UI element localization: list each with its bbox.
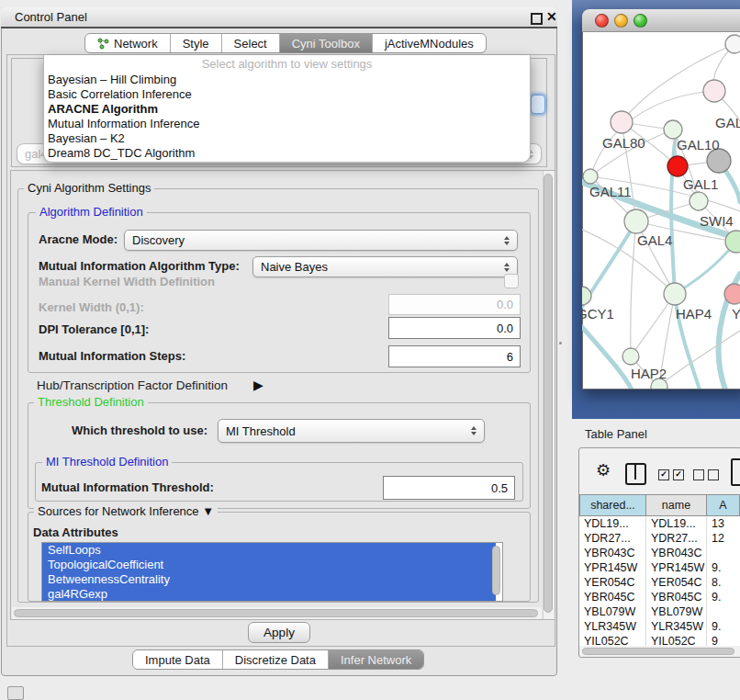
tab-style[interactable]: Style bbox=[171, 34, 222, 52]
manual-kernel-checkbox[interactable] bbox=[504, 274, 519, 288]
dpi-tolerance-field[interactable]: 0.0 bbox=[388, 317, 521, 339]
mi-threshold-value: 0.5 bbox=[491, 481, 508, 495]
mi-threshold-field[interactable]: 0.5 bbox=[383, 476, 515, 500]
svg-text:GAL10: GAL10 bbox=[677, 137, 720, 152]
mi-type-value: Naive Bayes bbox=[261, 260, 328, 274]
tab-network[interactable]: Network bbox=[85, 34, 171, 52]
collapse-down-icon: ▼ bbox=[202, 504, 214, 518]
algorithm-definition-title: Algorithm Definition bbox=[36, 205, 147, 219]
column-header-name[interactable]: name bbox=[645, 494, 707, 516]
minimize-traffic-light-icon[interactable] bbox=[614, 14, 628, 28]
cyni-settings-group-title: Cyni Algorithm Settings bbox=[24, 181, 154, 195]
zoom-traffic-light-icon[interactable] bbox=[633, 14, 647, 28]
control-panel-title: Control Panel bbox=[15, 10, 87, 24]
algorithm-option-selected[interactable]: ARACNE Algorithm bbox=[44, 102, 530, 117]
network-node-gal80[interactable] bbox=[611, 111, 633, 133]
network-node[interactable] bbox=[703, 80, 725, 102]
splitter-grip[interactable] bbox=[559, 342, 562, 344]
network-canvas[interactable]: GAL GAL80 GAL10 GAL11 GAL1 SWI4 GAL4 GCY… bbox=[582, 33, 740, 389]
sources-group-title[interactable]: Sources for Network Inference ▼ bbox=[34, 504, 218, 518]
dock-panel-icon[interactable] bbox=[7, 686, 24, 700]
close-traffic-light-icon[interactable] bbox=[595, 14, 609, 28]
mi-steps-field[interactable]: 6 bbox=[388, 345, 521, 367]
svg-text:HAP4: HAP4 bbox=[676, 306, 712, 322]
expand-right-icon[interactable]: ▶ bbox=[253, 378, 263, 392]
attribute-item[interactable]: SelfLoops bbox=[42, 543, 496, 558]
table-row[interactable]: YPR145WYPR145W9. bbox=[579, 560, 740, 575]
settings-vscroll-thumb[interactable] bbox=[544, 174, 553, 613]
close-icon[interactable]: ✕ bbox=[546, 9, 557, 24]
tab-network-label: Network bbox=[114, 37, 158, 51]
algorithm-option[interactable]: Dream8 DC_TDC Algorithm bbox=[44, 146, 530, 161]
algorithm-option[interactable]: Mutual Information Inference bbox=[44, 117, 530, 131]
show-columns-icon[interactable]: ✓ ✓ bbox=[658, 469, 684, 480]
network-node-gal11[interactable] bbox=[583, 169, 598, 184]
algorithm-option[interactable]: Basic Correlation Inference bbox=[44, 87, 530, 102]
focused-combo-button[interactable] bbox=[531, 95, 545, 114]
attributes-list-scrollbar[interactable] bbox=[492, 546, 500, 595]
attribute-item[interactable]: gal4RGexp bbox=[42, 587, 496, 602]
network-window-titlebar bbox=[582, 9, 740, 32]
float-window-icon[interactable] bbox=[531, 13, 543, 25]
network-node-selected-red[interactable] bbox=[667, 156, 688, 176]
control-panel-tabs: Network Style Select Cyni Toolbox jActiv… bbox=[84, 33, 487, 53]
data-attributes-list: SelfLoops TopologicalCoefficient Between… bbox=[41, 542, 503, 602]
which-threshold-combo[interactable]: MI Threshold bbox=[218, 419, 485, 443]
svg-text:GAL4: GAL4 bbox=[637, 232, 672, 248]
svg-text:SWI4: SWI4 bbox=[700, 213, 734, 229]
table-row[interactable]: YBR045CYBR045C9. bbox=[579, 590, 740, 604]
aracne-mode-label: Aracne Mode: bbox=[39, 232, 118, 246]
algorithm-option[interactable]: Bayesian – K2 bbox=[44, 131, 530, 146]
hide-columns-icon[interactable] bbox=[693, 469, 719, 480]
settings-hscroll-thumb[interactable] bbox=[14, 609, 538, 617]
tab-select[interactable]: Select bbox=[222, 34, 280, 52]
table-row[interactable]: YBR043CYBR043C bbox=[579, 546, 740, 560]
table-row[interactable]: YIL052CYIL052C9 bbox=[579, 634, 740, 646]
table-hscroll-thumb[interactable] bbox=[582, 648, 734, 655]
combo-spinner-icon bbox=[471, 426, 477, 435]
tab-jactivemnodules[interactable]: jActiveMNodules bbox=[373, 34, 486, 52]
kernel-width-field[interactable]: 0.0 bbox=[388, 294, 521, 315]
table-row[interactable]: YBL079WYBL079W bbox=[579, 604, 740, 619]
new-table-icon[interactable] bbox=[731, 458, 740, 486]
network-node-gal4[interactable] bbox=[624, 209, 648, 233]
network-node-gcy1[interactable] bbox=[582, 287, 591, 305]
network-node-pink[interactable] bbox=[724, 284, 740, 304]
tab-cyni-toolbox[interactable]: Cyni Toolbox bbox=[280, 34, 373, 52]
table-row[interactable]: YDL19...YDL19...13 bbox=[579, 516, 740, 531]
control-panel-titlebar: Control Panel bbox=[1, 7, 557, 28]
network-node[interactable] bbox=[725, 35, 740, 53]
attribute-item[interactable]: BetweennessCentrality bbox=[42, 572, 496, 587]
table-body: YDL19...YDL19...13 YDR27...YDR27...12 YB… bbox=[579, 516, 740, 646]
network-node-hap2[interactable] bbox=[622, 348, 639, 365]
column-header-shared[interactable]: shared... bbox=[579, 494, 646, 516]
mi-steps-label: Mutual Information Steps: bbox=[39, 349, 185, 363]
which-threshold-value: MI Threshold bbox=[226, 424, 296, 438]
algorithm-popup: Select algorithm to view settings Bayesi… bbox=[43, 55, 531, 163]
tab-discretize-data[interactable]: Discretize Data bbox=[223, 650, 329, 669]
aracne-mode-value: Discovery bbox=[132, 233, 185, 247]
aracne-mode-combo[interactable]: Discovery bbox=[124, 230, 518, 251]
attribute-item[interactable]: TopologicalCoefficient bbox=[42, 558, 496, 572]
table-row[interactable]: YER054CYER054C8. bbox=[579, 575, 740, 590]
tab-impute-data[interactable]: Impute Data bbox=[133, 650, 223, 669]
mi-threshold-group-title: MI Threshold Definition bbox=[42, 455, 172, 469]
mi-steps-value: 6 bbox=[507, 350, 513, 364]
network-node-gal10[interactable] bbox=[664, 120, 682, 139]
apply-button[interactable]: Apply bbox=[248, 622, 310, 643]
combo-spinner-icon bbox=[504, 236, 510, 245]
which-threshold-label: Which threshold to use: bbox=[72, 423, 207, 437]
gear-icon[interactable]: ⚙ bbox=[596, 460, 611, 480]
network-icon bbox=[97, 38, 109, 50]
table-row[interactable]: YLR345WYLR345W9. bbox=[579, 619, 740, 634]
svg-text:HAP2: HAP2 bbox=[631, 366, 667, 381]
mi-type-combo[interactable]: Naive Bayes bbox=[252, 256, 518, 277]
network-node-hap4[interactable] bbox=[664, 283, 686, 305]
data-attributes-label: Data Attributes bbox=[33, 525, 118, 539]
split-columns-icon[interactable] bbox=[625, 463, 646, 485]
table-row[interactable]: YDR27...YDR27...12 bbox=[579, 531, 740, 546]
algorithm-option[interactable]: Bayesian – Hill Climbing bbox=[44, 73, 530, 87]
network-node-gal1[interactable] bbox=[690, 192, 708, 210]
tab-infer-network[interactable]: Infer Network bbox=[329, 650, 423, 669]
column-header-a[interactable]: A bbox=[706, 494, 740, 516]
